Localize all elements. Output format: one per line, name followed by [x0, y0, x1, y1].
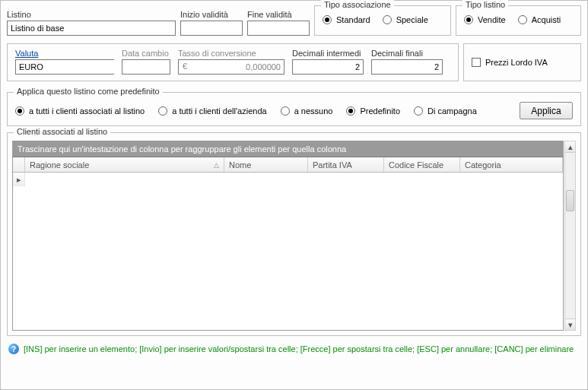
listino-field-group: Listino: [7, 10, 176, 36]
vertical-scrollbar[interactable]: ▴ ▾: [564, 141, 576, 331]
radio-acquisti[interactable]: Acquisti: [518, 15, 561, 24]
tasso-input[interactable]: [178, 59, 284, 75]
tipo-listino-group: Tipo listino Vendite Acquisti: [456, 5, 581, 36]
grid-body[interactable]: ▸: [13, 173, 563, 330]
radio-nessuno[interactable]: a nessuno: [281, 106, 333, 116]
predef-legend: Applica questo listino come predefinito: [14, 87, 163, 96]
prezzi-lordo-checkbox[interactable]: Prezzi Lordo IVA: [472, 58, 548, 67]
tipo-listino-options: Vendite Acquisti: [464, 15, 573, 24]
col-header-cf-label: Codice Fiscale: [389, 160, 443, 170]
radio-predefinito[interactable]: Predefinito: [346, 106, 400, 116]
listino-input[interactable]: [7, 21, 176, 36]
radio-di-campagna[interactable]: Di campagna: [414, 106, 477, 116]
radio-vendite-label: Vendite: [478, 15, 506, 24]
grid-header-row: Ragione sociale △ Nome Partita IVA Codic…: [13, 157, 563, 173]
dec-int-input[interactable]: [292, 59, 364, 75]
col-header-piva-label: Partita IVA: [313, 160, 352, 170]
help-text: [INS] per inserire un elemento; [Invio] …: [24, 344, 574, 354]
tipo-listino-legend: Tipo listino: [462, 0, 508, 9]
sort-asc-icon: △: [214, 161, 219, 169]
col-header-categoria[interactable]: Categoria: [460, 157, 563, 172]
applica-button[interactable]: Applica: [520, 102, 573, 119]
table-row[interactable]: ▸: [13, 173, 563, 186]
dec-fin-input[interactable]: [371, 59, 443, 75]
row-indicator-icon: ▸: [13, 173, 25, 186]
row-selector-header: [13, 157, 25, 172]
prezzi-lordo-label: Prezzi Lordo IVA: [485, 58, 548, 67]
col-header-piva[interactable]: Partita IVA: [308, 157, 384, 172]
tipo-associazione-group: Tipo associazione Standard Speciale: [314, 5, 451, 36]
col-header-nome-label: Nome: [229, 160, 251, 170]
data-cambio-input[interactable]: [122, 59, 170, 75]
fine-label: Fine validità: [247, 10, 310, 19]
radio-tutti-associati[interactable]: a tutti i clienti associati al listino: [15, 106, 145, 116]
fine-input[interactable]: [247, 21, 310, 36]
radio-vendite[interactable]: Vendite: [464, 15, 506, 24]
inizio-input[interactable]: [180, 21, 243, 36]
col-header-cf[interactable]: Codice Fiscale: [384, 157, 460, 172]
col-header-ragione[interactable]: Ragione sociale △: [25, 157, 224, 172]
fine-field-group: Fine validità: [247, 10, 310, 36]
listino-label: Listino: [7, 10, 176, 19]
col-header-categoria-label: Categoria: [465, 160, 501, 170]
help-icon: ?: [8, 344, 19, 354]
data-grid[interactable]: Trascinare qui un'intestazione di colonn…: [12, 141, 564, 331]
window-root: Listino Inizio validità Fine validità Ti…: [0, 0, 588, 390]
tasso-label: Tasso di conversione: [178, 49, 284, 58]
predef-group: Applica questo listino come predefinito …: [7, 92, 581, 126]
checkbox-icon: [472, 58, 481, 67]
radio-tutti-azienda[interactable]: a tutti i clienti dell'azienda: [158, 106, 266, 116]
radio-acquisti-label: Acquisti: [532, 15, 561, 24]
tipo-associazione-legend: Tipo associazione: [321, 0, 394, 9]
radio-speciale[interactable]: Speciale: [383, 15, 428, 24]
scroll-down-button[interactable]: ▾: [565, 319, 575, 330]
radio-standard-label: Standard: [336, 15, 370, 24]
radio-tutti-azienda-label: a tutti i clienti dell'azienda: [172, 106, 266, 116]
dec-fin-label: Decimali finali: [371, 49, 443, 58]
dec-int-label: Decimali intermedi: [292, 49, 364, 58]
valuta-combo[interactable]: [15, 59, 114, 75]
radio-tutti-associati-label: a tutti i clienti associati al listino: [29, 106, 145, 116]
inizio-label: Inizio validità: [180, 10, 243, 19]
radio-speciale-label: Speciale: [396, 15, 428, 24]
col-header-nome[interactable]: Nome: [224, 157, 308, 172]
top-row: Listino Inizio validità Fine validità Ti…: [7, 5, 581, 36]
radio-standard[interactable]: Standard: [323, 15, 370, 24]
scroll-up-button[interactable]: ▴: [565, 141, 575, 153]
group-by-bar[interactable]: Trascinare qui un'intestazione di colonn…: [13, 141, 563, 157]
currency-group: Valuta Data cambio Tasso di conversione: [7, 43, 459, 81]
clienti-grid-group: Clienti associati al listino Trascinare …: [7, 132, 581, 336]
inizio-field-group: Inizio validità: [180, 10, 243, 36]
radio-predefinito-label: Predefinito: [360, 106, 400, 116]
data-cambio-label: Data cambio: [122, 49, 170, 58]
prezzi-lordo-group: Prezzi Lordo IVA: [463, 43, 581, 81]
clienti-grid-legend: Clienti associati al listino: [14, 127, 110, 136]
scroll-thumb[interactable]: [566, 190, 574, 211]
col-header-ragione-label: Ragione sociale: [30, 160, 89, 170]
second-row: Valuta Data cambio Tasso di conversione: [7, 43, 581, 81]
valuta-link[interactable]: Valuta: [15, 49, 114, 58]
radio-di-campagna-label: Di campagna: [427, 106, 477, 116]
help-hint-bar: ? [INS] per inserire un elemento; [Invio…: [7, 342, 581, 356]
valuta-combo-text[interactable]: [16, 60, 127, 74]
tipo-associazione-options: Standard Speciale: [323, 15, 443, 24]
radio-nessuno-label: a nessuno: [294, 106, 333, 116]
